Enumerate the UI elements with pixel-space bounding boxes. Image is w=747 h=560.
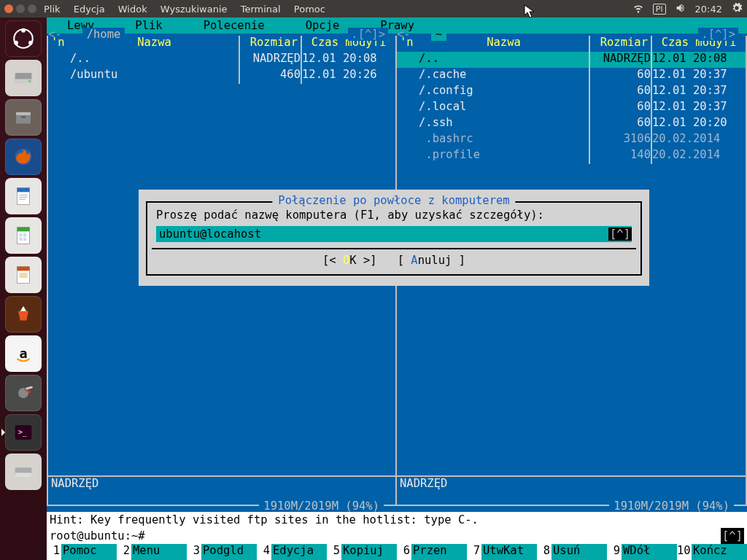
- file-row[interactable]: /.local6012.01 20:37: [397, 100, 746, 116]
- svg-rect-32: [15, 472, 32, 477]
- menu-terminal[interactable]: Terminal: [241, 4, 281, 15]
- dialog-separator: [152, 248, 636, 249]
- launcher-settings[interactable]: [5, 375, 42, 411]
- window-maximize-button[interactable]: [28, 4, 36, 13]
- file-row[interactable]: /ubuntu46012.01 20:26: [48, 68, 395, 84]
- right-sort-hint[interactable]: .[^]>: [698, 28, 738, 41]
- wifi-icon[interactable]: [632, 2, 644, 16]
- menu-edit[interactable]: Edycja: [74, 4, 105, 15]
- launcher-writer[interactable]: [5, 178, 42, 214]
- file-row[interactable]: .bashrc310620.02.2014: [397, 132, 746, 148]
- svg-point-3: [28, 41, 33, 45]
- history-dropdown-icon[interactable]: [^]: [608, 228, 632, 241]
- svg-rect-17: [18, 228, 30, 232]
- volume-icon[interactable]: [675, 2, 686, 16]
- svg-rect-18: [19, 233, 22, 236]
- file-row[interactable]: /..NADRZĘD12.01 20:08: [48, 52, 395, 68]
- svg-point-2: [14, 41, 18, 45]
- launcher-calc[interactable]: [5, 217, 42, 254]
- fkey-2[interactable]: Menu: [131, 544, 187, 560]
- menu-help[interactable]: Pomoc: [294, 4, 325, 15]
- shell-link-dialog: Połączenie po powłoce z komputerem Prosz…: [139, 190, 649, 286]
- fkey-number: 4: [257, 544, 271, 560]
- fkey-number: 10: [677, 544, 692, 560]
- system-menu-bar: Plik Edycja Widok Wyszukiwanie Terminal …: [0, 0, 747, 18]
- launcher-firefox[interactable]: [5, 139, 42, 175]
- menu-file[interactable]: Plik: [44, 4, 61, 15]
- launcher-software-center[interactable]: [5, 296, 42, 332]
- menu-search[interactable]: Wyszukiwanie: [160, 4, 228, 15]
- launcher-impress[interactable]: [5, 257, 42, 293]
- fkey-1[interactable]: Pomoc: [61, 544, 117, 560]
- window-close-button[interactable]: [4, 4, 13, 13]
- file-row[interactable]: /.cache6012.01 20:37: [397, 68, 746, 84]
- svg-rect-12: [18, 188, 30, 192]
- settings-gear-icon[interactable]: [731, 2, 743, 16]
- fkey-10[interactable]: Kończ: [692, 544, 747, 560]
- fkey-number: 6: [397, 544, 411, 560]
- system-tray: Pl 20:42: [632, 2, 743, 16]
- right-disk-usage: 1910M/2019M (94%): [609, 499, 734, 513]
- fkey-4[interactable]: Edycja: [271, 544, 327, 560]
- unity-launcher: a >_: [0, 18, 47, 560]
- svg-rect-7: [16, 112, 31, 115]
- svg-rect-19: [23, 233, 26, 236]
- fkey-number: 1: [47, 544, 61, 560]
- right-mini-status: NADRZĘD 1910M/2019M (94%): [397, 475, 746, 505]
- svg-point-1: [21, 28, 26, 33]
- function-key-bar: 1Pomoc2Menu3Podgld4Edycja5Kopiuj6Przen7U…: [47, 544, 747, 560]
- fkey-number: 8: [537, 544, 551, 560]
- fkey-5[interactable]: Kopiuj: [341, 544, 397, 560]
- svg-point-6: [28, 80, 31, 82]
- hint-line: Hint: Key frequently visited ftp sites i…: [47, 512, 747, 528]
- cancel-button[interactable]: [ Anuluj ]: [398, 254, 465, 267]
- launcher-dash[interactable]: [5, 20, 42, 57]
- ok-button[interactable]: [< OK >]: [322, 254, 377, 267]
- dialog-hostname-input[interactable]: ubuntu@locahost [^]: [156, 226, 632, 242]
- dialog-title: Połączenie po powłoce z komputerem: [272, 194, 515, 207]
- clock[interactable]: 20:42: [695, 4, 722, 15]
- left-panel-path[interactable]: /home: [82, 28, 125, 41]
- file-row[interactable]: /.config6012.01 20:37: [397, 84, 746, 100]
- fkey-9[interactable]: WDół: [622, 544, 677, 560]
- menu-view[interactable]: Widok: [118, 4, 147, 15]
- left-sort-hint[interactable]: .[^]>: [348, 28, 388, 41]
- svg-rect-28: [26, 386, 33, 389]
- right-panel-title: <-~ .[^]>: [397, 28, 746, 41]
- left-panel-title: <-/home .[^]>: [48, 28, 395, 41]
- window-minimize-button[interactable]: [16, 4, 25, 13]
- fkey-number: 7: [467, 544, 481, 560]
- dialog-prompt: Proszę podać nazwę komputera (F1, aby uz…: [152, 207, 636, 223]
- launcher-external-disk[interactable]: [5, 454, 42, 490]
- file-row[interactable]: .profile14020.02.2014: [397, 148, 746, 164]
- file-row[interactable]: /.ssh6012.01 20:20: [397, 116, 746, 132]
- shell-prompt[interactable]: root@ubuntu:~# [^]: [47, 528, 747, 544]
- fkey-7[interactable]: UtwKat: [481, 544, 537, 560]
- fkey-8[interactable]: Usuń: [551, 544, 607, 560]
- fkey-number: 5: [327, 544, 341, 560]
- right-panel-path[interactable]: ~: [431, 28, 446, 41]
- svg-rect-20: [19, 238, 22, 241]
- app-menu: Plik Edycja Widok Wyszukiwanie Terminal …: [44, 4, 336, 15]
- midnight-commander: Lewy Plik Polecenie Opcje Prawy <-/home …: [47, 18, 747, 560]
- active-app-indicator-icon: [1, 429, 5, 436]
- launcher-amazon[interactable]: a: [5, 335, 42, 372]
- fkey-number: 9: [607, 544, 622, 560]
- launcher-files[interactable]: [5, 99, 42, 136]
- svg-rect-24: [19, 273, 27, 278]
- fkey-3[interactable]: Podgld: [201, 544, 257, 560]
- svg-rect-23: [18, 267, 30, 271]
- window-buttons: [4, 4, 36, 13]
- svg-text:>_: >_: [18, 428, 27, 437]
- launcher-disk[interactable]: [5, 60, 42, 96]
- fkey-6[interactable]: Przen: [411, 544, 467, 560]
- fkey-number: 2: [117, 544, 131, 560]
- left-mini-status: NADRZĘD 1910M/2019M (94%): [48, 475, 395, 505]
- prompt-history-icon[interactable]: [^]: [721, 528, 744, 544]
- fkey-number: 3: [187, 544, 201, 560]
- file-row[interactable]: /..NADRZĘD12.01 20:08: [397, 52, 746, 68]
- svg-rect-21: [23, 238, 26, 241]
- svg-text:a: a: [19, 346, 27, 361]
- launcher-terminal[interactable]: >_: [5, 414, 42, 451]
- keyboard-layout-indicator[interactable]: Pl: [653, 4, 666, 15]
